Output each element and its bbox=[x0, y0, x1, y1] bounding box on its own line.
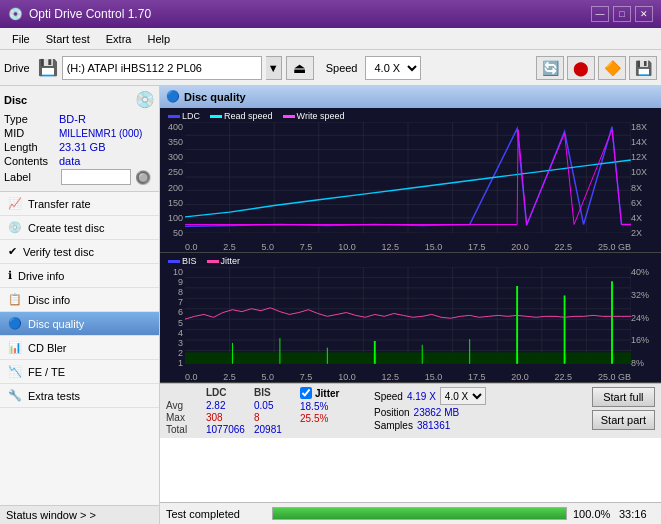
chart2-y-3: 3 bbox=[178, 338, 183, 348]
create-test-disc-icon: 💿 bbox=[8, 221, 22, 234]
chart1-yr-14x: 14X bbox=[631, 137, 647, 147]
chart1-legend-ldc: LDC bbox=[168, 111, 200, 121]
disc-contents-value: data bbox=[59, 155, 80, 167]
sidebar-item-disc-quality[interactable]: 🔵 Disc quality bbox=[0, 312, 159, 336]
speed-label-stats: Speed bbox=[374, 391, 403, 402]
disc-type-value: BD-R bbox=[59, 113, 86, 125]
chart1-y-350: 350 bbox=[168, 137, 183, 147]
chart2-legend-jitter: Jitter bbox=[207, 256, 241, 266]
chart2-y-7: 7 bbox=[178, 297, 183, 307]
chart1-y-250: 250 bbox=[168, 167, 183, 177]
chart2-x-0: 0.0 bbox=[185, 372, 198, 382]
chart1-y-100: 100 bbox=[168, 213, 183, 223]
menu-start-test[interactable]: Start test bbox=[38, 31, 98, 47]
menu-help[interactable]: Help bbox=[139, 31, 178, 47]
chart1-x-175: 17.5 bbox=[468, 242, 486, 252]
refresh-button[interactable]: 🔄 bbox=[536, 56, 564, 80]
save-button[interactable]: 💾 bbox=[629, 56, 657, 80]
right-panel: 🔵 Disc quality LDC Read speed Write spee… bbox=[160, 86, 661, 524]
sidebar-item-transfer-rate[interactable]: 📈 Transfer rate bbox=[0, 192, 159, 216]
stats-total-ldc: 1077066 bbox=[206, 424, 252, 435]
start-part-button[interactable]: Start part bbox=[592, 410, 655, 430]
disc-info-icon: 📋 bbox=[8, 293, 22, 306]
stats-table: LDC BIS Avg 2.82 0.05 Max 308 8 Total bbox=[166, 387, 296, 435]
chart2-x-250: 25.0 GB bbox=[598, 372, 631, 382]
drive-select[interactable]: (H:) ATAPI iHBS112 2 PL06 bbox=[62, 56, 262, 80]
eject-button[interactable]: ⏏ bbox=[286, 56, 314, 80]
disc-quality-icon: 🔵 bbox=[8, 317, 22, 330]
chart2-x-150: 15.0 bbox=[425, 372, 443, 382]
action-buttons: Start full Start part bbox=[592, 387, 655, 435]
toolbar: Drive 💾 (H:) ATAPI iHBS112 2 PL06 ▼ ⏏ Sp… bbox=[0, 50, 661, 86]
sidebar-item-extra-tests[interactable]: 🔧 Extra tests bbox=[0, 384, 159, 408]
speed-select-stats[interactable]: 4.0 X bbox=[440, 387, 486, 405]
chart2-x-100: 10.0 bbox=[338, 372, 356, 382]
chart2-yr-16: 16% bbox=[631, 335, 649, 345]
drive-icon: 💾 bbox=[38, 58, 58, 77]
position-value: 23862 MB bbox=[414, 407, 460, 418]
chart2-y-9: 9 bbox=[178, 277, 183, 287]
sidebar-item-create-test-disc[interactable]: 💿 Create test disc bbox=[0, 216, 159, 240]
burn-button[interactable]: 🔶 bbox=[598, 56, 626, 80]
chart1-x-125: 12.5 bbox=[381, 242, 399, 252]
fe-te-icon: 📉 bbox=[8, 365, 22, 378]
app-title: Opti Drive Control 1.70 bbox=[29, 7, 151, 21]
minimize-button[interactable]: — bbox=[591, 6, 609, 22]
menu-extra[interactable]: Extra bbox=[98, 31, 140, 47]
chart1-x-50: 5.0 bbox=[262, 242, 275, 252]
chart2-x-75: 7.5 bbox=[300, 372, 313, 382]
speed-value-stats: 4.19 X bbox=[407, 391, 436, 402]
title-bar: 💿 Opti Drive Control 1.70 — □ ✕ bbox=[0, 0, 661, 28]
menu-file[interactable]: File bbox=[4, 31, 38, 47]
chart1-yr-4x: 4X bbox=[631, 213, 642, 223]
chart1-x-75: 7.5 bbox=[300, 242, 313, 252]
record-button[interactable]: ⬤ bbox=[567, 56, 595, 80]
status-window[interactable]: Status window > > bbox=[0, 505, 159, 524]
chart2-svg bbox=[185, 267, 631, 364]
close-button[interactable]: ✕ bbox=[635, 6, 653, 22]
panel-title: Disc quality bbox=[184, 91, 246, 103]
chart2-y-4: 4 bbox=[178, 328, 183, 338]
samples-label: Samples bbox=[374, 420, 413, 431]
transfer-rate-label: Transfer rate bbox=[28, 198, 91, 210]
chart2-x-200: 20.0 bbox=[511, 372, 529, 382]
sidebar-item-cd-bler[interactable]: 📊 CD Bler bbox=[0, 336, 159, 360]
chart2-yr-24: 24% bbox=[631, 313, 649, 323]
create-test-disc-label: Create test disc bbox=[28, 222, 104, 234]
drive-info-label: Drive info bbox=[18, 270, 64, 282]
drive-select-arrow[interactable]: ▼ bbox=[266, 56, 282, 80]
chart1-x-150: 15.0 bbox=[425, 242, 443, 252]
chart2-y-2: 2 bbox=[178, 348, 183, 358]
start-full-button[interactable]: Start full bbox=[592, 387, 655, 407]
sidebar-item-disc-info[interactable]: 📋 Disc info bbox=[0, 288, 159, 312]
jitter-checkbox[interactable] bbox=[300, 387, 312, 399]
maximize-button[interactable]: □ bbox=[613, 6, 631, 22]
chart2-x-50: 5.0 bbox=[262, 372, 275, 382]
disc-panel-icon[interactable]: 💿 bbox=[135, 90, 155, 109]
chart1-x-25: 2.5 bbox=[223, 242, 236, 252]
sidebar-item-fe-te[interactable]: 📉 FE / TE bbox=[0, 360, 159, 384]
chart2-x-225: 22.5 bbox=[555, 372, 573, 382]
chart1-x-250: 25.0 GB bbox=[598, 242, 631, 252]
stats-ldc-header: LDC bbox=[206, 387, 252, 398]
speed-select[interactable]: 4.0 X 1.0 X 2.0 X 8.0 X Max bbox=[365, 56, 421, 80]
stats-max-ldc: 308 bbox=[206, 412, 252, 423]
disc-label-ok-icon[interactable]: 🔘 bbox=[135, 170, 151, 185]
sidebar-item-drive-info[interactable]: ℹ Drive info bbox=[0, 264, 159, 288]
chart1-yr-18x: 18X bbox=[631, 122, 647, 132]
drive-value: (H:) ATAPI iHBS112 2 PL06 bbox=[67, 62, 202, 74]
disc-contents-label: Contents bbox=[4, 155, 59, 167]
chart2-y-8: 8 bbox=[178, 287, 183, 297]
sidebar-item-verify-test-disc[interactable]: ✔ Verify test disc bbox=[0, 240, 159, 264]
stats-avg-bis: 0.05 bbox=[254, 400, 290, 411]
verify-test-disc-icon: ✔ bbox=[8, 245, 17, 258]
disc-label-input[interactable] bbox=[61, 169, 131, 185]
panel-header: 🔵 Disc quality bbox=[160, 86, 661, 108]
drive-info-icon: ℹ bbox=[8, 269, 12, 282]
disc-panel-title: Disc bbox=[4, 94, 27, 106]
chart1-yr-2x: 2X bbox=[631, 228, 642, 238]
chart2-legend-bis: BIS bbox=[168, 256, 197, 266]
chart1-y-150: 150 bbox=[168, 198, 183, 208]
chart1-yr-6x: 6X bbox=[631, 198, 642, 208]
disc-mid-label: MID bbox=[4, 127, 59, 139]
